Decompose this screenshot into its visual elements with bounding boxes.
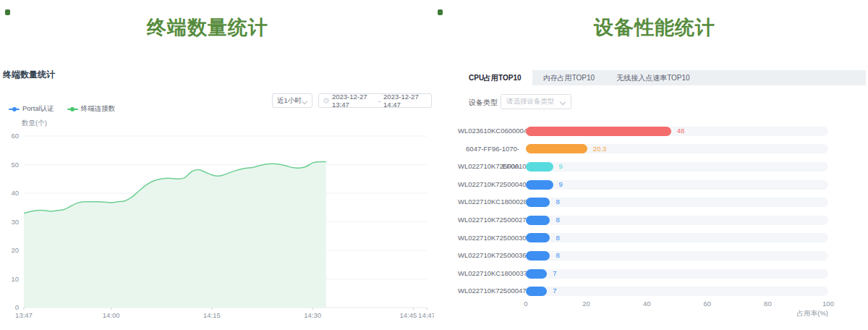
clock-icon xyxy=(323,97,329,104)
legend-marker-portal-icon xyxy=(9,106,20,112)
device-name-label: WL022710K725000102 xyxy=(458,158,519,176)
bar-track xyxy=(526,233,828,242)
legend-item-terminal[interactable]: 终端连接数 xyxy=(67,104,116,114)
bar-value-label: 8 xyxy=(556,247,559,265)
device-name-label: WL023610KC06000043 xyxy=(458,122,519,140)
bar-row: WL022710KC180002808 xyxy=(458,193,866,211)
bar-value-label: 20.3 xyxy=(593,140,607,158)
device-name-label: WL022710K725000307 xyxy=(458,229,519,248)
terminal-series-area xyxy=(24,161,326,308)
legend-item-portal[interactable]: Portal认证 xyxy=(9,104,54,114)
bar-row: WL023610KC0600004348 xyxy=(458,122,866,140)
bar-x-tick-label: 60 xyxy=(704,300,712,308)
device-type-placeholder: 请选择设备类型 xyxy=(506,97,561,106)
x-tick-label: 14:30 xyxy=(304,311,321,319)
performance-tabbar: CPU占用TOP10 内存占用TOP10 无线接入点速率TOP10 xyxy=(458,70,866,85)
y-tick-label: 0 xyxy=(15,303,19,311)
bar-x-tick-label: 80 xyxy=(764,300,772,308)
device-name-label: WL022710K725000409 xyxy=(458,176,519,194)
device-name-label: WL022710K725000369 xyxy=(458,247,519,265)
bar-fill xyxy=(526,216,550,225)
bar-x-tick-label: 20 xyxy=(582,300,590,308)
bar-x-axis: 020406080100 xyxy=(458,300,866,309)
chevron-down-icon xyxy=(561,99,566,104)
bar-track xyxy=(526,162,828,172)
bar-value-label: 48 xyxy=(677,122,685,140)
y-tick-label: 50 xyxy=(11,161,19,169)
y-tick-label: 30 xyxy=(11,218,19,226)
y-tick-label: 20 xyxy=(11,246,19,254)
left-section-heading: 终端数量统计 xyxy=(0,14,415,41)
tab-wireless-rate-top10[interactable]: 无线接入点速率TOP10 xyxy=(605,70,701,85)
tab-memory-top10[interactable]: 内存占用TOP10 xyxy=(532,70,606,85)
tab-cpu-top10[interactable]: CPU占用TOP10 xyxy=(458,70,532,85)
time-range-select[interactable]: 近1小时 xyxy=(272,93,312,108)
right-section-heading: 设备性能统计 xyxy=(441,14,868,41)
x-tick-label: 14:47 xyxy=(418,311,434,319)
bar-row: WL022710K7250001029 xyxy=(458,158,866,176)
cpu-top10-bar-chart: WL023610KC06000043486047-FF96-1070-EF0A2… xyxy=(458,122,866,300)
bar-track xyxy=(526,251,828,261)
bar-track xyxy=(526,144,828,153)
bar-value-label: 9 xyxy=(559,176,563,194)
bar-fill xyxy=(526,251,550,261)
bar-track xyxy=(526,180,828,190)
device-type-label: 设备类型 xyxy=(469,98,498,108)
legend-label-terminal: 终端连接数 xyxy=(81,104,116,114)
date-separator: - xyxy=(378,97,380,105)
bar-fill xyxy=(526,127,671,136)
date-range-picker[interactable]: 2023-12-27 13:47 - 2023-12-27 14:47 xyxy=(318,93,432,108)
bar-fill xyxy=(526,144,587,153)
x-tick-label: 14:45 xyxy=(400,311,417,319)
chevron-down-icon xyxy=(302,98,307,103)
device-name-label: WL022710KC18000372 xyxy=(458,265,519,283)
bar-x-axis-title: 占用率(%) xyxy=(752,309,828,318)
bar-x-tick-label: 100 xyxy=(822,300,834,308)
device-type-select[interactable]: 请选择设备类型 xyxy=(501,94,571,109)
bar-row: WL022710K7250002728 xyxy=(458,211,866,229)
legend-marker-terminal-icon xyxy=(67,106,78,112)
y-tick-label: 60 xyxy=(11,132,19,140)
bar-value-label: 8 xyxy=(556,229,559,248)
bar-value-label: 7 xyxy=(553,265,556,283)
device-name-label: WL022710KC18000280 xyxy=(458,193,519,211)
chart-legend: Portal认证 终端连接数 xyxy=(9,104,115,114)
device-name-label: WL022710K725000272 xyxy=(458,211,519,229)
bar-fill xyxy=(526,198,550,207)
date-end: 2023-12-27 14:47 xyxy=(383,93,427,109)
left-panel-title: 终端数量统计 xyxy=(3,69,55,81)
x-tick-label: 14:15 xyxy=(203,311,221,319)
bar-fill xyxy=(526,287,547,296)
x-tick-label: 14:00 xyxy=(103,311,120,319)
terminal-count-area-chart: 010203040506013:4714:0014:1514:3014:4514… xyxy=(0,114,434,330)
bar-value-label: 8 xyxy=(556,193,559,211)
bar-row: WL022710K7250003698 xyxy=(458,247,866,265)
bar-row: WL022710K7250004099 xyxy=(458,176,866,194)
bar-track xyxy=(526,287,828,296)
bar-value-label: 8 xyxy=(556,211,559,229)
y-tick-label: 40 xyxy=(11,189,19,197)
bar-row: 6047-FF96-1070-EF0A20.3 xyxy=(458,140,866,158)
legend-label-portal: Portal认证 xyxy=(22,104,54,114)
bar-value-label: 7 xyxy=(553,282,556,300)
bar-fill xyxy=(526,180,553,190)
bar-x-tick-label: 0 xyxy=(524,300,527,308)
bar-fill xyxy=(526,269,547,279)
x-tick-label: 13:47 xyxy=(15,311,33,319)
time-range-value: 近1小时 xyxy=(277,96,302,106)
dashboard: 终端数量统计 设备性能统计 终端数量统计 近1小时 2023-12-27 13:… xyxy=(0,0,868,330)
device-name-label: WL022710K725000470 xyxy=(458,282,519,300)
bar-track xyxy=(526,216,828,225)
bar-fill xyxy=(526,162,553,172)
bar-track xyxy=(526,198,828,207)
bar-row: WL022710K7250003078 xyxy=(458,229,866,248)
bar-row: WL022710KC180003727 xyxy=(458,265,866,283)
bar-fill xyxy=(526,233,550,242)
bar-row: WL022710K7250004707 xyxy=(458,282,866,300)
date-start: 2023-12-27 13:47 xyxy=(332,93,375,109)
bar-value-label: 9 xyxy=(559,158,563,176)
bar-track xyxy=(526,269,828,279)
bar-x-tick-label: 40 xyxy=(643,300,651,308)
y-tick-label: 10 xyxy=(11,275,19,283)
